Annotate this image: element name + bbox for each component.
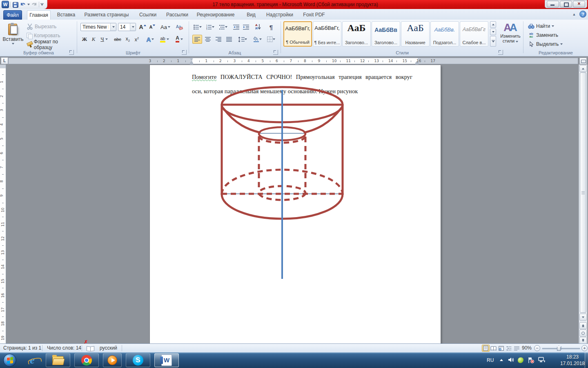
decrease-indent-button[interactable]: [232, 22, 241, 31]
collapse-ribbon-button[interactable]: ▲: [571, 11, 577, 17]
next-page-button[interactable]: [579, 337, 587, 344]
scroll-down-button[interactable]: [579, 314, 587, 321]
align-center-button[interactable]: [203, 35, 213, 44]
style-normal[interactable]: АаБбВвГг, ¶ Обычный: [283, 21, 312, 47]
styles-scroll-up[interactable]: [490, 21, 496, 28]
copy-button[interactable]: Копировать: [25, 31, 76, 40]
undo-button[interactable]: [20, 1, 26, 8]
rotation-body-drawing[interactable]: [212, 84, 359, 284]
italic-button[interactable]: К: [89, 35, 98, 44]
numbering-button[interactable]: 123: [205, 22, 216, 31]
font-color-button[interactable]: А: [173, 35, 186, 44]
subscript-button[interactable]: x2: [124, 35, 132, 44]
paragraph-dialog-launcher[interactable]: [273, 50, 278, 55]
taskbar-word-button[interactable]: W: [154, 353, 179, 367]
restore-button[interactable]: [560, 1, 572, 7]
style-no-spacing[interactable]: АаБбВвГг, ¶ Без инте...: [313, 21, 341, 47]
scroll-up-button[interactable]: [579, 65, 587, 72]
tray-expand-button[interactable]: [500, 359, 503, 361]
styles-gallery-expand[interactable]: [490, 36, 496, 47]
zoom-level[interactable]: 90%: [522, 344, 532, 352]
horizontal-ruler[interactable]: 3211234567891011121314151617: [8, 58, 578, 64]
browse-object-button[interactable]: [579, 330, 587, 337]
left-indent-marker[interactable]: [190, 61, 193, 65]
vertical-scrollbar[interactable]: [579, 65, 587, 343]
tab-foxit-pdf[interactable]: Foxit PDF: [300, 10, 328, 20]
vertical-ruler[interactable]: 12345678910111213141516171819: [0, 65, 6, 343]
format-painter-button[interactable]: Формат по образцу: [25, 40, 78, 49]
help-button[interactable]: ?: [579, 11, 586, 18]
redo-button[interactable]: [31, 1, 38, 8]
scrollbar-thumb[interactable]: [580, 72, 586, 313]
clipboard-dialog-launcher[interactable]: [69, 50, 74, 55]
line-spacing-button[interactable]: [236, 35, 249, 44]
find-button[interactable]: Найти: [527, 22, 576, 30]
undo-dropdown-arrow[interactable]: [27, 4, 30, 5]
change-styles-button[interactable]: АА Изменить стили: [499, 21, 522, 47]
close-button[interactable]: ×: [573, 1, 585, 7]
view-outline-button[interactable]: [505, 345, 513, 352]
tab-file[interactable]: Файл: [3, 10, 22, 20]
sort-button[interactable]: АЯ: [253, 22, 263, 31]
align-right-button[interactable]: [214, 35, 223, 44]
styles-dialog-launcher[interactable]: [498, 50, 503, 55]
bullets-button[interactable]: [192, 22, 203, 31]
cut-button[interactable]: Вырезать: [25, 22, 76, 31]
view-draft-button[interactable]: [513, 345, 521, 352]
increase-indent-button[interactable]: [241, 22, 250, 31]
style-subtle-emphasis[interactable]: АаБбВвГг Слабое в...: [460, 21, 488, 47]
tab-home[interactable]: Главная: [27, 10, 51, 20]
page-indicator[interactable]: Страница: 1 из 1: [3, 344, 41, 352]
tab-mailings[interactable]: Рассылки: [163, 10, 191, 20]
network-icon[interactable]: [538, 357, 546, 364]
taskbar-ie-button[interactable]: e: [23, 353, 42, 367]
show-marks-button[interactable]: ¶: [267, 22, 276, 31]
borders-button[interactable]: [265, 35, 277, 44]
justify-button[interactable]: [224, 35, 234, 44]
zoom-slider-thumb[interactable]: [557, 346, 561, 351]
customize-qat-button[interactable]: [40, 3, 44, 6]
tray-clock[interactable]: 18:23 17.01.2018: [560, 354, 585, 367]
tab-view[interactable]: Вид: [243, 10, 260, 20]
first-line-indent-marker[interactable]: [190, 58, 193, 61]
start-button[interactable]: [3, 354, 16, 367]
taskbar-skype-button[interactable]: S: [126, 353, 150, 367]
tab-selector[interactable]: L: [1, 57, 8, 64]
font-size-combo[interactable]: 14: [118, 23, 136, 31]
styles-scroll-down[interactable]: [490, 29, 496, 35]
view-print-layout-button[interactable]: [482, 345, 490, 352]
style-title[interactable]: АаБ Название: [401, 21, 430, 47]
action-center-flag-icon[interactable]: [528, 357, 535, 365]
grow-font-button[interactable]: А: [138, 22, 147, 31]
strikethrough-button[interactable]: abc: [112, 35, 123, 44]
tab-insert[interactable]: Вставка: [54, 10, 78, 20]
align-left-button[interactable]: [192, 35, 202, 44]
minimize-button[interactable]: [547, 1, 559, 7]
multilevel-list-button[interactable]: [218, 22, 229, 31]
word-app-icon[interactable]: W: [2, 1, 9, 8]
save-button[interactable]: [12, 1, 18, 8]
language-indicator[interactable]: русский: [100, 344, 117, 352]
toggle-ruler-button[interactable]: [579, 58, 587, 64]
font-family-combo[interactable]: Times New Rc: [80, 23, 116, 31]
volume-icon[interactable]: [508, 357, 514, 364]
tab-page-layout[interactable]: Разметка страницы: [82, 10, 131, 20]
underline-button[interactable]: Ч: [98, 35, 110, 44]
highlight-button[interactable]: ab: [158, 35, 171, 44]
tab-addins[interactable]: Надстройки: [264, 10, 296, 20]
replace-button[interactable]: abac Заменить: [527, 31, 576, 39]
zoom-out-button[interactable]: −: [534, 345, 540, 351]
text-effects-button[interactable]: А: [144, 35, 156, 44]
language-tray-indicator[interactable]: RU: [487, 357, 494, 363]
tab-review[interactable]: Рецензирование: [194, 10, 237, 20]
style-heading1[interactable]: АаБ Заголово...: [342, 21, 371, 47]
change-case-button[interactable]: Аа: [160, 22, 171, 31]
shrink-font-button[interactable]: А: [148, 22, 156, 31]
shading-button[interactable]: [251, 35, 263, 44]
taskbar-explorer-button[interactable]: [46, 353, 70, 367]
word-count[interactable]: Число слов: 14: [47, 344, 81, 352]
clear-formatting-button[interactable]: Аа: [174, 22, 184, 31]
font-dialog-launcher[interactable]: [182, 50, 187, 55]
show-desktop-button[interactable]: [585, 352, 588, 368]
taskbar-media-player-button[interactable]: [103, 353, 122, 367]
